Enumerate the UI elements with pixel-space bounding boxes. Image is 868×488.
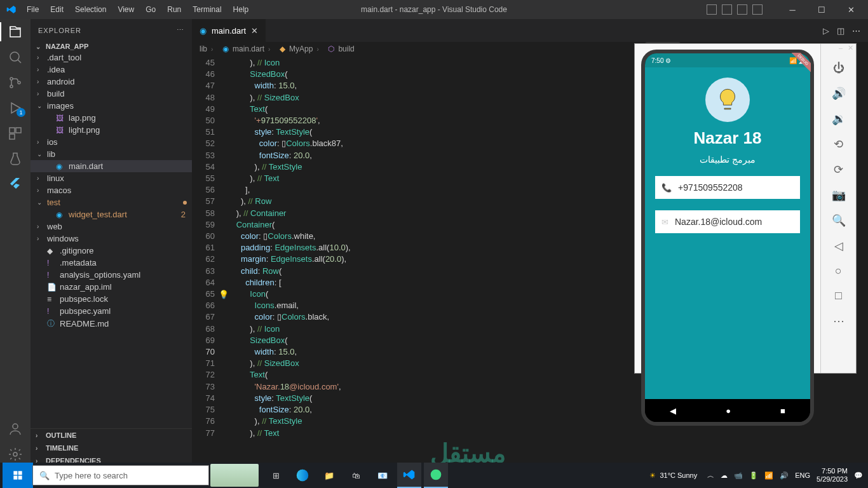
window-title: main.dart - nazar_app - Visual Studio Co… xyxy=(361,5,507,14)
outline-section[interactable]: ›OUTLINE xyxy=(31,429,192,442)
nav-home-icon[interactable]: ● xyxy=(726,406,731,416)
folder--dart-tool[interactable]: ›.dart_tool xyxy=(31,51,192,64)
folder-web[interactable]: ›web xyxy=(31,220,192,233)
file-light-png[interactable]: 🖼light.png xyxy=(31,124,192,136)
emu-back-icon[interactable]: ◁ xyxy=(834,239,843,253)
emulator-close-button[interactable]: ✕ xyxy=(848,44,853,55)
folder-android[interactable]: ›android xyxy=(31,76,192,88)
flutter-icon[interactable] xyxy=(8,177,23,192)
volume-up-icon[interactable]: 🔊 xyxy=(832,86,846,100)
folder-ios[interactable]: ›ios xyxy=(31,136,192,148)
android-studio-task-icon[interactable] xyxy=(424,463,448,488)
file-tree[interactable]: ›.dart_tool›.idea›android›build⌄images🖼l… xyxy=(31,51,192,428)
sidebar: EXPLORER ⋯ ⌄ NAZAR_APP ›.dart_tool›.idea… xyxy=(31,19,192,467)
emu-more-icon[interactable]: ⋯ xyxy=(833,314,844,328)
file-pubspec-lock[interactable]: ≡pubspec.lock xyxy=(31,293,192,305)
file-analysis-options-yaml[interactable]: !analysis_options.yaml xyxy=(31,269,192,281)
battery-icon[interactable]: 🔋 xyxy=(749,471,758,480)
power-icon[interactable]: ⏻ xyxy=(833,62,844,75)
file--metadata[interactable]: !.metadata xyxy=(31,257,192,269)
window-maximize-button[interactable]: ☐ xyxy=(807,0,836,19)
tab-main-dart[interactable]: ◉ main.dart ✕ xyxy=(192,19,266,42)
lightbulb-hint-icon[interactable]: 💡 xyxy=(219,290,229,299)
file-explorer-icon[interactable]: 📁 xyxy=(317,463,341,488)
window-close-button[interactable]: ✕ xyxy=(836,0,865,19)
folder-linux[interactable]: ›linux xyxy=(31,172,192,184)
menu-go[interactable]: Go xyxy=(140,3,161,17)
file-pubspec-yaml[interactable]: !pubspec.yaml xyxy=(31,305,192,317)
lang-indicator[interactable]: ENG xyxy=(795,471,810,479)
weather-widget[interactable]: ☀ 31°C Sunny xyxy=(649,471,697,480)
email-icon: ✉ xyxy=(661,217,668,227)
zoom-icon[interactable]: 🔍 xyxy=(832,214,846,227)
split-editor-icon[interactable]: ◫ xyxy=(837,26,844,36)
layout-primary-side-icon[interactable] xyxy=(707,4,717,15)
file-main-dart[interactable]: ◉main.dart xyxy=(31,160,192,172)
chevron-down-icon[interactable]: ⌄ xyxy=(36,43,43,50)
source-control-icon[interactable] xyxy=(8,75,23,90)
task-view-icon[interactable]: ⊞ xyxy=(264,463,288,488)
emu-home-icon[interactable]: ○ xyxy=(835,264,842,278)
settings-gear-icon[interactable] xyxy=(8,447,23,462)
nav-recent-icon[interactable]: ■ xyxy=(780,406,785,416)
store-icon[interactable]: 🛍 xyxy=(344,463,368,488)
folder-images[interactable]: ⌄images xyxy=(31,100,192,112)
more-actions-icon[interactable]: ⋯ xyxy=(852,26,860,36)
vscode-task-icon[interactable] xyxy=(397,463,421,488)
folder-test[interactable]: ⌄test xyxy=(31,196,192,208)
menu-help[interactable]: Help xyxy=(228,3,254,17)
wifi-icon[interactable]: 📶 xyxy=(764,471,773,480)
emulator-minimize-button[interactable]: – xyxy=(839,44,843,55)
folder-lib[interactable]: ⌄lib xyxy=(31,148,192,160)
explorer-actions-icon[interactable]: ⋯ xyxy=(177,26,184,34)
layout-customize-icon[interactable] xyxy=(752,4,763,15)
tray-chevron-icon[interactable]: ︿ xyxy=(707,471,714,480)
close-icon[interactable]: ✕ xyxy=(251,26,258,36)
menu-view[interactable]: View xyxy=(112,3,139,17)
testing-icon[interactable] xyxy=(8,151,23,166)
onedrive-icon[interactable]: ☁ xyxy=(721,471,728,480)
edge-icon[interactable] xyxy=(290,463,315,488)
run-debug-icon[interactable]: 1 xyxy=(8,100,23,116)
file-lap-png[interactable]: 🖼lap.png xyxy=(31,112,192,124)
volume-down-icon[interactable]: 🔉 xyxy=(832,112,846,126)
emu-recent-icon[interactable]: □ xyxy=(835,289,842,302)
accounts-icon[interactable] xyxy=(8,421,23,437)
explorer-root[interactable]: NAZAR_APP xyxy=(46,43,88,50)
menu-selection[interactable]: Selection xyxy=(70,3,111,17)
menu-terminal[interactable]: Terminal xyxy=(187,3,226,17)
taskbar-search[interactable]: 🔍 Type here to search xyxy=(32,465,209,485)
svg-rect-10 xyxy=(18,471,22,475)
folder-macos[interactable]: ›macos xyxy=(31,184,192,196)
folder--idea[interactable]: ›.idea xyxy=(31,64,192,76)
folder-windows[interactable]: ›windows xyxy=(31,233,192,245)
clock[interactable]: 7:50 PM 5/29/2023 xyxy=(817,467,848,484)
file--gitignore[interactable]: ◆.gitignore xyxy=(31,245,192,257)
file-widget-test-dart[interactable]: ◉widget_test.dart2 xyxy=(31,208,192,220)
svg-rect-11 xyxy=(13,476,17,480)
start-button[interactable] xyxy=(3,463,33,488)
rotate-left-icon[interactable]: ⟲ xyxy=(834,137,843,151)
search-icon[interactable] xyxy=(8,50,23,65)
layout-panel-icon[interactable] xyxy=(722,4,732,15)
menu-run[interactable]: Run xyxy=(162,3,186,17)
mail-icon[interactable]: 📧 xyxy=(370,463,395,488)
menu-edit[interactable]: Edit xyxy=(45,3,69,17)
file-nazar-app-iml[interactable]: 📄nazar_app.iml xyxy=(31,281,192,293)
extensions-icon[interactable] xyxy=(8,126,23,141)
file-readme-md[interactable]: ⓘREADME.md xyxy=(31,317,192,330)
window-minimize-button[interactable]: ─ xyxy=(778,0,807,19)
layout-secondary-side-icon[interactable] xyxy=(737,4,747,15)
meet-now-icon[interactable]: 📹 xyxy=(734,471,743,480)
timeline-section[interactable]: ›TIMELINE xyxy=(31,442,192,454)
rotate-right-icon[interactable]: ⟳ xyxy=(834,163,843,177)
notifications-icon[interactable]: 💬 xyxy=(854,471,863,480)
nav-back-icon[interactable]: ◀ xyxy=(670,406,676,416)
explorer-icon[interactable] xyxy=(8,24,23,39)
menu-file[interactable]: File xyxy=(22,3,44,17)
camera-icon[interactable]: 📷 xyxy=(832,188,846,202)
folder-build[interactable]: ›build xyxy=(31,88,192,100)
volume-icon[interactable]: 🔊 xyxy=(780,471,789,480)
run-icon[interactable]: ▷ xyxy=(823,26,829,36)
widget-news[interactable] xyxy=(210,464,259,487)
